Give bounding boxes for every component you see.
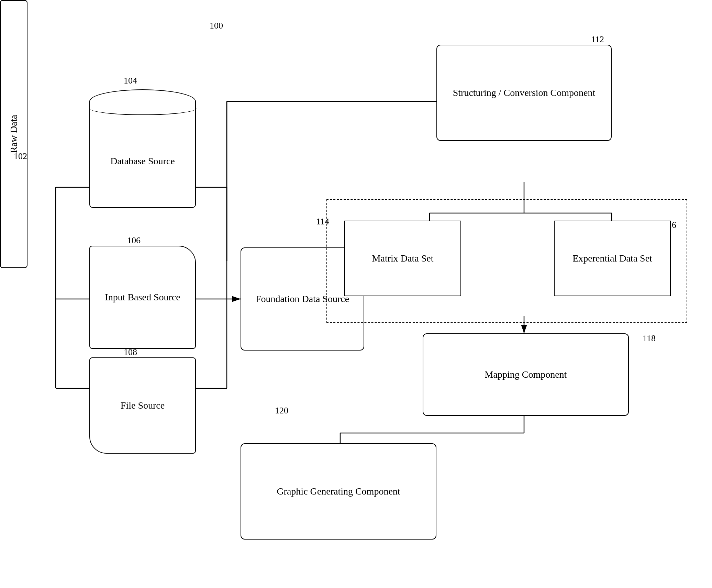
db-mid-ellipse [89, 101, 197, 115]
label-112: 112 [591, 34, 604, 45]
matrix-data-set-box: Matrix Data Set [344, 221, 461, 296]
file-source-label: File Source [121, 399, 165, 412]
raw-data-box: Raw Data [0, 0, 27, 268]
mapping-component-label: Mapping Component [485, 368, 567, 381]
raw-data-label: Raw Data [8, 115, 19, 153]
label-106: 106 [127, 235, 141, 246]
input-based-source-box: Input Based Source [89, 246, 196, 349]
structuring-conversion-box: Structuring / Conversion Component [436, 45, 612, 141]
experential-data-set-label: Experential Data Set [572, 252, 652, 265]
label-104: 104 [124, 76, 137, 86]
database-source-container: Database Source [89, 89, 196, 220]
database-source-body: Database Source [89, 101, 196, 208]
input-based-source-label: Input Based Source [105, 291, 180, 303]
database-source-label: Database Source [110, 155, 175, 167]
graphic-generating-box: Graphic Generating Component [241, 443, 436, 540]
structuring-conversion-label: Structuring / Conversion Component [453, 87, 596, 99]
mapping-component-box: Mapping Component [423, 333, 629, 416]
file-source-box: File Source [89, 357, 196, 454]
dashed-group: Matrix Data Set Experential Data Set [326, 199, 687, 323]
matrix-data-set-label: Matrix Data Set [372, 252, 434, 265]
label-100: 100 [210, 21, 223, 31]
graphic-generating-label: Graphic Generating Component [277, 485, 400, 498]
experential-data-set-box: Experential Data Set [554, 221, 671, 296]
label-118: 118 [643, 333, 656, 344]
diagram-container: 100 102 104 106 108 110 112 114 116 118 … [0, 0, 712, 588]
label-120: 120 [275, 406, 288, 416]
